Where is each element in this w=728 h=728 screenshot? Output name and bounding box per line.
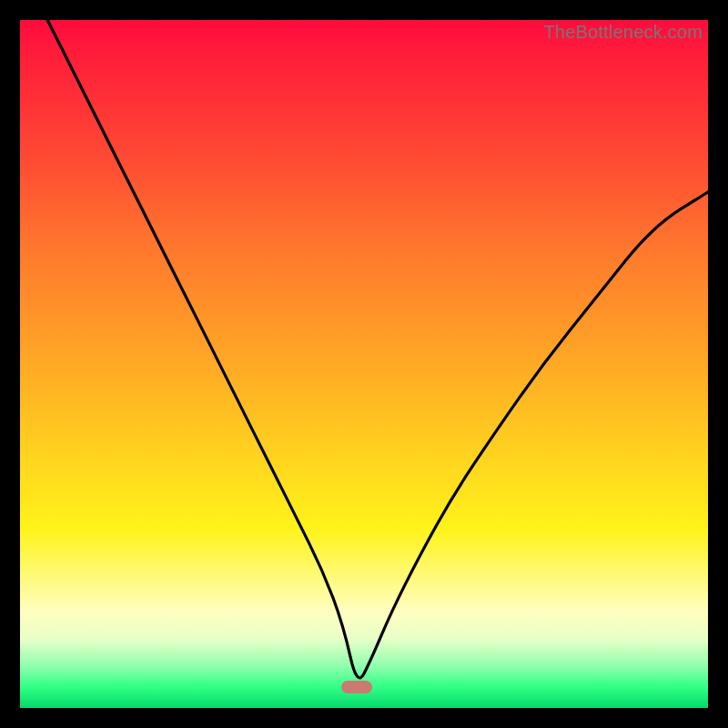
chart-frame: TheBottleneck.com bbox=[0, 0, 728, 728]
curve-path bbox=[47, 20, 708, 678]
optimal-marker bbox=[341, 681, 372, 693]
bottleneck-curve bbox=[20, 20, 708, 708]
plot-area: TheBottleneck.com bbox=[20, 20, 708, 708]
